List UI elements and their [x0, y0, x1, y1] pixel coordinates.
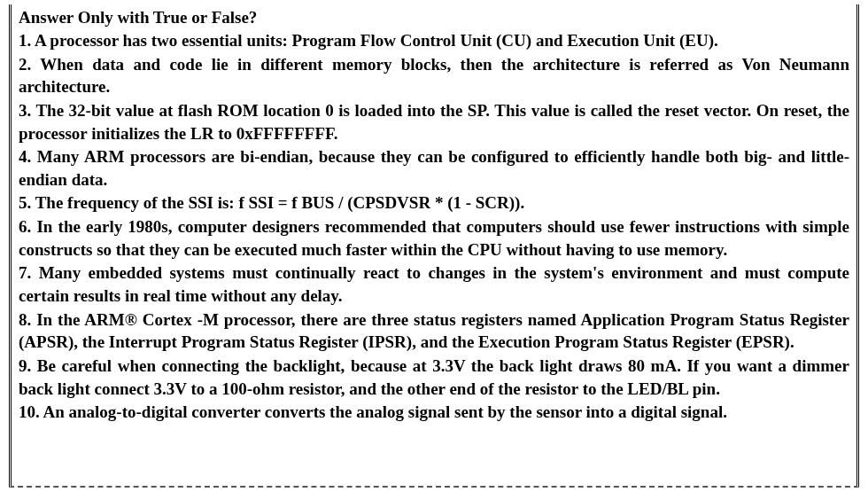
question-3: 3. The 32-bit value at flash ROM locatio…	[19, 99, 849, 144]
question-2: 2. When data and code lie in different m…	[19, 53, 849, 98]
question-9: 9. Be careful when connecting the backli…	[19, 355, 849, 400]
question-6: 6. In the early 1980s, computer designer…	[19, 215, 849, 261]
question-7: 7. Many embedded systems must continuall…	[19, 262, 849, 307]
document-frame: Answer Only with True or False? 1. A pro…	[9, 4, 859, 488]
instruction-header: Answer Only with True or False?	[19, 8, 849, 27]
question-1: 1. A processor has two essential units: …	[19, 29, 849, 52]
question-5: 5. The frequency of the SSI is: f SSI = …	[19, 191, 849, 215]
question-10: 10. An analog-to-digital converter conve…	[19, 401, 849, 424]
question-4: 4. Many ARM processors are bi-endian, be…	[19, 145, 849, 191]
question-8: 8. In the ARM® Cortex -M processor, ther…	[19, 308, 849, 354]
